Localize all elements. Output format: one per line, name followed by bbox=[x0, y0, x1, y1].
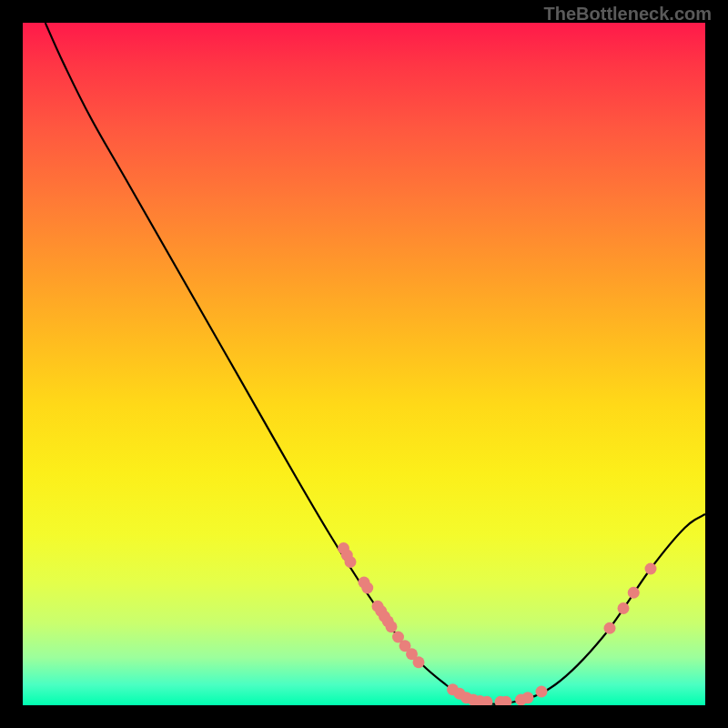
plot-area bbox=[23, 23, 705, 705]
data-point bbox=[604, 622, 616, 634]
watermark-text: TheBottleneck.com bbox=[544, 4, 712, 25]
data-points-group bbox=[338, 542, 657, 705]
data-point bbox=[522, 692, 534, 703]
data-point bbox=[413, 656, 425, 668]
data-point bbox=[386, 621, 398, 632]
data-point bbox=[628, 587, 640, 599]
data-point bbox=[536, 686, 548, 698]
data-point bbox=[645, 563, 657, 575]
data-point bbox=[345, 556, 357, 568]
data-point bbox=[361, 582, 373, 594]
chart-svg bbox=[23, 23, 705, 705]
data-point bbox=[618, 602, 630, 614]
